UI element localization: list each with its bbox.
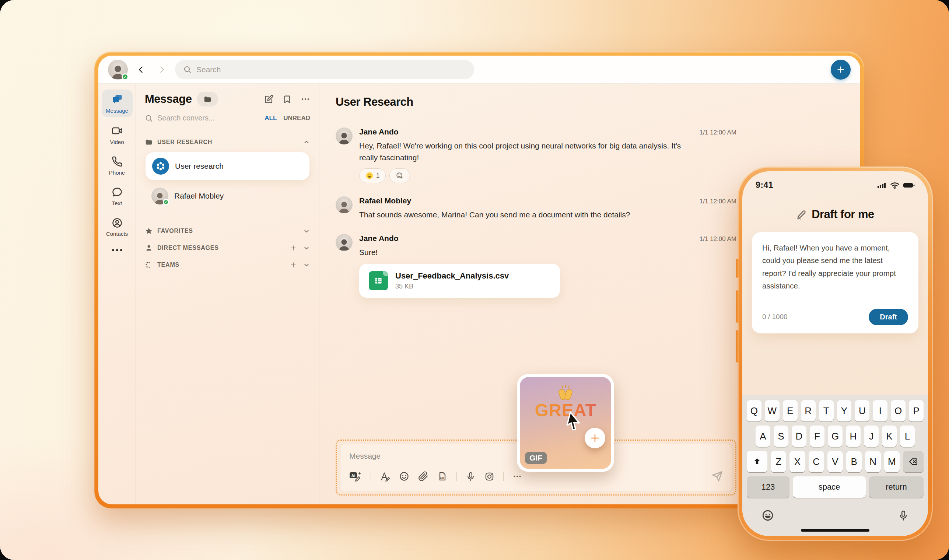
add-icon[interactable]	[289, 261, 297, 269]
keyboard-key[interactable]: I	[873, 400, 887, 422]
keyboard-key[interactable]: C	[809, 451, 824, 472]
phone-statusbar: 9:41	[755, 180, 915, 190]
draft-card: Hi, Rafael! When you have a moment, coul…	[752, 232, 918, 334]
keyboard-key[interactable]: N	[865, 451, 880, 472]
panel-title: Message	[145, 92, 192, 106]
user-avatar[interactable]: ✓	[108, 60, 128, 80]
numbers-key[interactable]: 123	[747, 476, 789, 498]
add-reaction-button[interactable]	[389, 168, 410, 183]
keyboard-key[interactable]: Z	[771, 451, 786, 472]
keyboard-key[interactable]: M	[884, 451, 900, 472]
screenshot-icon[interactable]	[484, 472, 494, 482]
keyboard-key[interactable]: A	[755, 426, 770, 447]
back-button[interactable]	[134, 62, 148, 77]
nav-item-phone[interactable]: Phone	[102, 152, 132, 179]
nav-item-text[interactable]: Text	[102, 183, 132, 210]
gif-icon[interactable]: GIF	[437, 471, 448, 482]
file-size: 35 KB	[395, 283, 509, 290]
nav-label: Phone	[109, 169, 125, 176]
nav-item-contacts[interactable]: Contacts	[102, 213, 132, 240]
chevron-down-icon[interactable]	[303, 244, 310, 252]
new-action-button[interactable]	[831, 60, 851, 80]
keyboard-key[interactable]: E	[783, 400, 798, 422]
presence-available-badge: ✓	[122, 73, 129, 80]
forward-button[interactable]	[154, 62, 169, 77]
keyboard-key[interactable]: K	[882, 426, 897, 447]
dictation-mic-icon[interactable]	[898, 510, 909, 521]
add-gif-button[interactable]	[584, 428, 605, 448]
phone-mute-switch	[736, 258, 739, 278]
reaction-pill[interactable]: 1	[359, 168, 386, 183]
keyboard-key[interactable]: B	[846, 451, 862, 472]
space-key[interactable]: space	[793, 476, 866, 498]
divider	[371, 472, 371, 481]
filter-unread-tab[interactable]: UNREAD	[283, 115, 310, 122]
draft-button[interactable]: Draft	[869, 309, 908, 325]
bookmark-button[interactable]	[283, 95, 292, 104]
chat-bubbles-icon	[111, 94, 123, 105]
keyboard-key[interactable]: V	[827, 451, 843, 472]
keyboard-key[interactable]: O	[891, 400, 906, 422]
file-attachment[interactable]: User_Feedback_Analysis.csv 35 KB	[359, 264, 560, 298]
keyboard-key[interactable]: F	[810, 426, 824, 447]
timestamp: 1/1 12:00 AM	[700, 235, 737, 243]
keyboard-key[interactable]: L	[900, 426, 915, 447]
gif-sticker[interactable]: GREAT JOB GIF	[517, 374, 614, 472]
shift-key[interactable]	[747, 451, 768, 472]
plus-icon	[589, 432, 600, 443]
chevron-down-icon[interactable]	[303, 261, 310, 269]
chevron-up-icon[interactable]	[303, 138, 310, 146]
section-user-research[interactable]: USER RESEARCH	[145, 138, 310, 146]
keyboard-key[interactable]: W	[765, 400, 780, 422]
keyboard-key[interactable]: G	[828, 426, 843, 447]
marketing-canvas: ✓ Message	[0, 0, 949, 560]
chevron-down-icon[interactable]	[303, 227, 310, 235]
add-icon[interactable]	[289, 244, 297, 252]
keyboard-key[interactable]: U	[855, 400, 869, 422]
backspace-key[interactable]	[903, 451, 924, 472]
nav-more-button[interactable]	[112, 249, 122, 251]
section-favorites[interactable]: FAVORITES	[145, 227, 310, 235]
keyboard-key[interactable]: D	[792, 426, 806, 447]
home-indicator[interactable]	[801, 529, 869, 532]
more-options-button[interactable]	[301, 94, 310, 104]
keyboard-key[interactable]: Y	[837, 400, 852, 422]
filter-all-tab[interactable]: ALL	[265, 115, 277, 122]
status-time: 9:41	[755, 180, 773, 190]
section-teams[interactable]: TEAMS	[145, 261, 310, 269]
keyboard-key[interactable]: P	[909, 400, 924, 422]
keyboard-key[interactable]: Q	[747, 400, 761, 422]
global-search[interactable]	[175, 60, 474, 79]
microphone-icon[interactable]	[466, 472, 475, 482]
search-icon	[145, 114, 153, 122]
composer-more-icon[interactable]	[512, 472, 522, 481]
conversation-search-input[interactable]	[157, 114, 260, 122]
section-direct-messages[interactable]: DIRECT MESSAGES	[145, 244, 310, 252]
emoji-keyboard-icon[interactable]	[761, 509, 774, 522]
channel-item-user-research[interactable]: User research	[146, 152, 309, 180]
compose-button[interactable]	[264, 94, 274, 104]
return-key[interactable]: return	[869, 476, 924, 498]
divider	[503, 472, 504, 481]
keyboard-key[interactable]: S	[774, 426, 788, 447]
attach-file-icon[interactable]	[418, 471, 428, 482]
backspace-icon	[909, 457, 918, 466]
dm-item-rafael-mobley[interactable]: ✓ Rafael Mobley	[145, 182, 310, 210]
keyboard-key[interactable]: H	[846, 426, 861, 447]
folders-button[interactable]	[197, 92, 218, 106]
speech-bubble-icon	[112, 187, 123, 198]
cellular-signal-icon	[877, 182, 887, 189]
format-text-icon[interactable]	[380, 471, 390, 482]
keyboard-key[interactable]: T	[819, 400, 834, 422]
timestamp: 1/1 12:00 AM	[700, 198, 737, 205]
keyboard-key[interactable]: J	[864, 426, 879, 447]
emoji-icon[interactable]	[399, 471, 409, 482]
keyboard-key[interactable]: R	[801, 400, 816, 422]
send-button[interactable]	[712, 471, 723, 482]
ai-companion-icon[interactable]: Ai	[349, 471, 362, 482]
nav-item-message[interactable]: Message	[102, 89, 132, 117]
draft-prompt-text[interactable]: Hi, Rafael! When you have a moment, coul…	[762, 242, 908, 292]
keyboard-key[interactable]: X	[789, 451, 805, 472]
nav-item-video[interactable]: Video	[102, 121, 132, 148]
global-search-input[interactable]	[196, 65, 466, 74]
